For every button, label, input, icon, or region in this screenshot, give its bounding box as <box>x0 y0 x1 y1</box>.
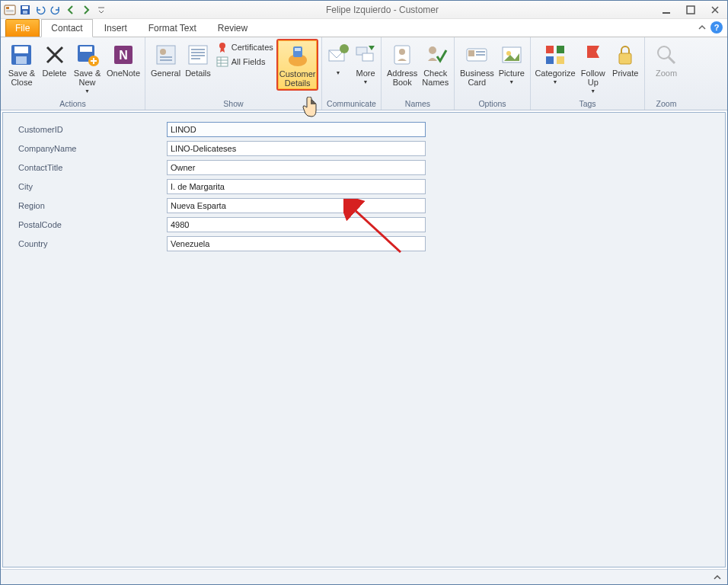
svg-rect-11 <box>16 56 27 64</box>
minimize-button[interactable] <box>657 4 675 16</box>
content-area: CustomerID CompanyName ContactTitle City… <box>2 112 726 567</box>
app-icon <box>4 4 16 16</box>
address-book-button[interactable]: Address Book <box>385 39 420 89</box>
private-icon <box>613 43 637 67</box>
field-input-companyname[interactable] <box>167 141 426 156</box>
svg-rect-44 <box>476 54 485 56</box>
svg-rect-1 <box>6 7 9 9</box>
svg-point-40 <box>429 46 436 54</box>
general-icon <box>154 43 178 67</box>
previous-icon[interactable] <box>65 4 77 16</box>
svg-rect-23 <box>191 52 205 53</box>
ribbon-tabs: File Contact Insert Format Text Review ? <box>1 19 727 37</box>
check-names-button[interactable]: Check Names <box>420 39 451 89</box>
save-new-icon <box>75 43 100 67</box>
next-icon[interactable] <box>80 4 92 16</box>
save-close-icon <box>9 43 34 67</box>
tab-insert[interactable]: Insert <box>94 19 137 37</box>
svg-rect-6 <box>23 11 27 14</box>
comm-actions-icon <box>326 43 350 67</box>
follow-up-button[interactable]: Follow Up▼ <box>576 39 609 98</box>
svg-point-18 <box>160 49 166 55</box>
svg-rect-51 <box>619 53 631 64</box>
zoom-icon <box>654 43 679 67</box>
onenote-icon: N <box>111 43 136 67</box>
categorize-icon <box>543 43 567 67</box>
tab-format-text[interactable]: Format Text <box>139 19 206 37</box>
svg-text:N: N <box>119 49 128 62</box>
svg-point-35 <box>340 44 349 53</box>
svg-rect-22 <box>191 49 205 50</box>
comm-actions-button[interactable]: ▼ <box>325 39 351 89</box>
field-input-contacttitle[interactable] <box>167 160 426 175</box>
more-button[interactable]: More▼ <box>351 39 380 89</box>
help-icon[interactable]: ? <box>710 21 723 34</box>
svg-rect-5 <box>22 6 28 9</box>
details-icon <box>186 43 210 67</box>
group-actions-label: Actions <box>1 99 145 110</box>
certificates-button[interactable]: Certificates <box>215 40 275 54</box>
svg-point-52 <box>658 46 670 59</box>
tab-review[interactable]: Review <box>208 19 257 37</box>
onenote-button[interactable]: N OneNote <box>105 39 142 89</box>
group-communicate-label: Communicate <box>322 99 381 110</box>
address-book-icon <box>390 43 414 67</box>
svg-rect-20 <box>160 59 172 61</box>
group-zoom-label: Zoom <box>645 99 688 110</box>
close-button[interactable] <box>706 4 724 16</box>
customer-details-icon <box>286 43 310 68</box>
picture-button[interactable]: Picture▼ <box>497 39 527 89</box>
svg-line-53 <box>669 57 675 63</box>
details-button[interactable]: Details <box>183 39 213 89</box>
field-input-country[interactable] <box>167 236 426 251</box>
save-new-button[interactable]: Save & New▼ <box>69 39 105 98</box>
field-label-country: Country <box>18 239 167 248</box>
field-label-postalcode: PostalCode <box>18 220 167 229</box>
customer-details-button[interactable]: Customer Details <box>276 39 319 91</box>
all-fields-button[interactable]: All Fields <box>215 55 275 69</box>
qat-dropdown-icon[interactable] <box>95 4 107 16</box>
window-controls <box>657 4 724 16</box>
save-close-button[interactable]: Save & Close <box>4 39 40 89</box>
window-title: Felipe Izquierdo - Customer <box>107 5 657 15</box>
svg-rect-50 <box>557 56 564 64</box>
field-input-city[interactable] <box>167 179 426 194</box>
svg-rect-33 <box>295 48 301 51</box>
field-input-region[interactable] <box>167 198 426 213</box>
svg-rect-3 <box>6 11 14 12</box>
business-card-icon <box>465 43 489 67</box>
maximize-button[interactable] <box>682 4 700 16</box>
delete-icon <box>43 43 67 67</box>
zoom-button: Zoom <box>648 39 685 89</box>
status-bar <box>1 569 727 584</box>
business-card-button[interactable]: Business Card <box>458 39 497 89</box>
follow-up-icon <box>581 43 605 67</box>
categorize-button[interactable]: Categorize▼ <box>534 39 576 89</box>
svg-rect-49 <box>546 56 554 64</box>
svg-rect-48 <box>557 46 564 53</box>
undo-icon[interactable] <box>34 4 46 16</box>
svg-rect-24 <box>191 55 205 56</box>
collapse-ribbon-icon[interactable] <box>697 22 707 33</box>
general-button[interactable]: General <box>148 39 183 89</box>
picture-icon <box>500 43 524 67</box>
scroll-up-icon[interactable] <box>712 572 723 583</box>
redo-icon[interactable] <box>49 4 62 16</box>
tab-contact[interactable]: Contact <box>41 19 92 37</box>
private-button[interactable]: Private <box>609 39 641 89</box>
field-input-postalcode[interactable] <box>167 217 426 232</box>
field-input-customerid[interactable] <box>167 122 426 137</box>
quick-access-toolbar <box>4 4 107 16</box>
svg-rect-42 <box>468 50 474 56</box>
svg-rect-43 <box>476 51 485 53</box>
group-show-label: Show <box>145 99 321 110</box>
svg-rect-19 <box>160 56 172 58</box>
svg-rect-2 <box>6 10 14 11</box>
tab-file[interactable]: File <box>5 19 40 37</box>
title-bar: Felipe Izquierdo - Customer <box>1 1 727 19</box>
save-icon[interactable] <box>19 4 31 16</box>
group-tags-label: Tags <box>531 99 644 110</box>
ribbon: Save & Close Delete Save & New▼ N OneNot… <box>1 37 727 110</box>
delete-button[interactable]: Delete <box>40 39 69 89</box>
group-names-label: Names <box>382 99 454 110</box>
